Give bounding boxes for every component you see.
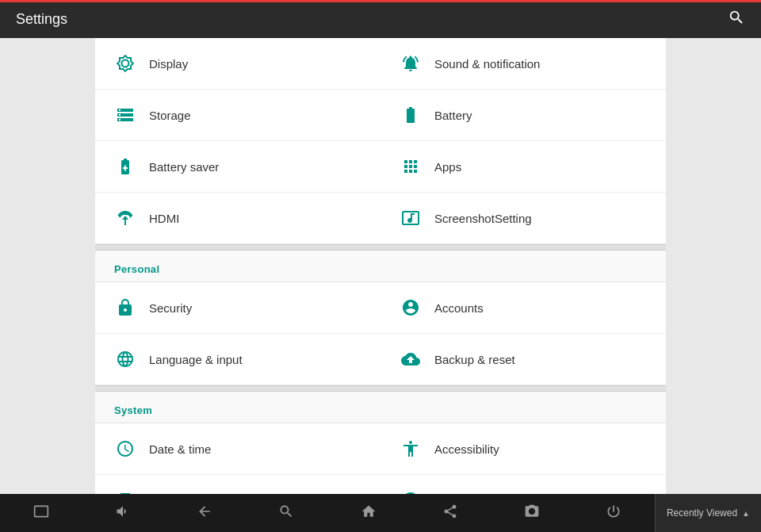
datetime-icon bbox=[114, 438, 136, 460]
nav-sound2-icon[interactable] bbox=[436, 500, 465, 526]
nav-power-icon[interactable] bbox=[599, 500, 628, 526]
content-area: Display Sound & notification Storage bbox=[0, 38, 761, 522]
display-item[interactable]: Display bbox=[95, 38, 380, 90]
storage-icon bbox=[114, 104, 136, 126]
backup-item[interactable]: Backup & reset bbox=[380, 334, 666, 385]
language-label: Language & input bbox=[149, 353, 243, 366]
device-grid: Display Sound & notification Storage bbox=[95, 38, 666, 244]
datetime-label: Date & time bbox=[149, 442, 211, 456]
search-icon bbox=[728, 9, 745, 26]
nav-search-icon[interactable] bbox=[272, 500, 300, 526]
display-icon bbox=[114, 52, 136, 75]
battery-saver-icon bbox=[114, 155, 136, 178]
security-item[interactable]: Security bbox=[95, 282, 380, 334]
recently-viewed-arrow-icon: ▲ bbox=[742, 509, 750, 518]
nav-screenshot2-icon[interactable] bbox=[518, 500, 546, 526]
storage-label: Storage bbox=[149, 109, 191, 122]
sound-label: Sound & notification bbox=[434, 57, 540, 71]
security-label: Security bbox=[149, 301, 192, 315]
sound-item[interactable]: Sound & notification bbox=[380, 38, 666, 90]
screenshot-label: ScreenshotSetting bbox=[434, 212, 532, 225]
nav-home-icon[interactable] bbox=[354, 500, 383, 526]
recently-viewed-button[interactable]: Recently Viewed ▲ bbox=[655, 494, 761, 532]
page-title: Settings bbox=[16, 11, 67, 28]
apps-icon bbox=[400, 155, 422, 178]
system-divider bbox=[95, 385, 666, 392]
search-button[interactable] bbox=[725, 6, 748, 33]
recently-viewed-label: Recently Viewed bbox=[667, 507, 737, 519]
accessibility-label: Accessibility bbox=[434, 442, 499, 456]
storage-item[interactable]: Storage bbox=[95, 90, 380, 141]
screenshot-icon bbox=[400, 207, 422, 229]
nav-volume-icon[interactable] bbox=[109, 500, 137, 526]
accounts-icon bbox=[400, 297, 422, 319]
security-icon bbox=[114, 297, 136, 319]
accounts-label: Accounts bbox=[434, 301, 484, 315]
device-section: Display Sound & notification Storage bbox=[95, 38, 666, 244]
hdmi-icon bbox=[114, 207, 136, 229]
settings-panel: Display Sound & notification Storage bbox=[95, 38, 666, 522]
datetime-item[interactable]: Date & time bbox=[95, 423, 380, 475]
backup-icon bbox=[400, 348, 422, 370]
personal-header: Personal bbox=[95, 251, 666, 282]
apps-label: Apps bbox=[434, 160, 461, 174]
accessibility-icon bbox=[400, 438, 422, 460]
accounts-item[interactable]: Accounts bbox=[380, 282, 666, 334]
apps-item[interactable]: Apps bbox=[380, 141, 666, 193]
battery-saver-item[interactable]: Battery saver bbox=[95, 141, 380, 193]
hdmi-item[interactable]: HDMI bbox=[95, 193, 380, 244]
language-item[interactable]: Language & input bbox=[95, 334, 380, 385]
bottom-nav bbox=[0, 500, 655, 526]
sound-icon bbox=[400, 52, 422, 75]
system-header: System bbox=[95, 392, 666, 423]
backup-label: Backup & reset bbox=[434, 353, 515, 366]
battery-label: Battery bbox=[434, 109, 472, 122]
accessibility-item[interactable]: Accessibility bbox=[380, 423, 666, 475]
nav-screen-icon[interactable] bbox=[27, 500, 55, 526]
nav-back-icon[interactable] bbox=[190, 500, 219, 526]
hdmi-label: HDMI bbox=[149, 212, 179, 225]
language-icon bbox=[114, 348, 136, 370]
display-label: Display bbox=[149, 57, 188, 71]
bottom-bar: Recently Viewed ▲ bbox=[0, 494, 761, 532]
battery-item[interactable]: Battery bbox=[380, 90, 666, 141]
personal-grid: Security Accounts Language & input bbox=[95, 282, 666, 385]
personal-divider bbox=[95, 244, 666, 251]
battery-saver-label: Battery saver bbox=[149, 160, 219, 174]
personal-section: Personal Security Accounts bbox=[95, 251, 666, 385]
screenshot-item[interactable]: ScreenshotSetting bbox=[380, 193, 666, 244]
top-bar: Settings bbox=[0, 0, 761, 38]
battery-icon bbox=[400, 104, 422, 126]
